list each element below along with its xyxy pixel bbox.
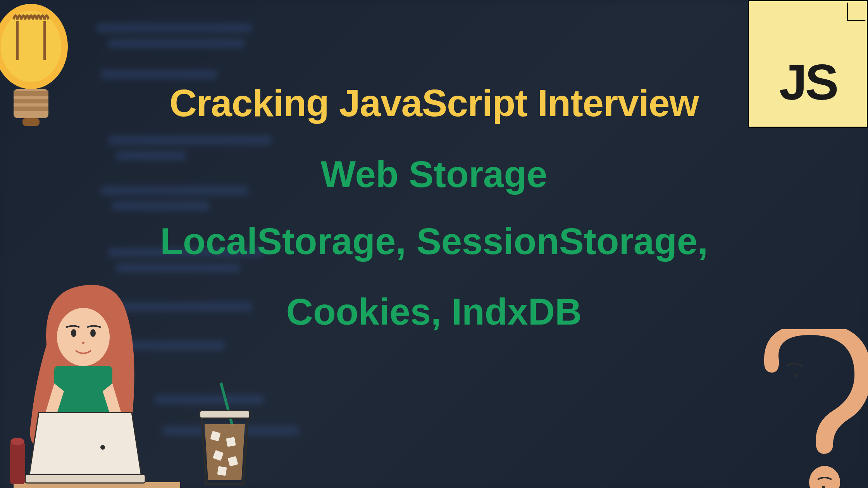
svg-point-25	[794, 374, 797, 377]
main-title: Cracking JavaScript Interview	[169, 81, 698, 125]
svg-rect-7	[14, 107, 48, 111]
svg-point-11	[90, 329, 96, 337]
lightbulb-icon	[0, 0, 70, 128]
svg-rect-24	[217, 466, 227, 476]
svg-line-18	[221, 383, 232, 426]
iced-coffee-icon	[190, 380, 260, 488]
svg-rect-5	[14, 91, 48, 96]
svg-point-17	[10, 438, 24, 445]
question-mark-icon	[756, 329, 868, 488]
svg-rect-8	[22, 118, 40, 126]
svg-rect-19	[200, 411, 250, 418]
svg-rect-15	[25, 474, 145, 483]
svg-point-12	[82, 342, 84, 344]
svg-point-16	[100, 445, 105, 450]
svg-rect-21	[226, 437, 236, 447]
js-badge-fold	[847, 2, 866, 21]
js-badge-text: JS	[779, 53, 837, 111]
subtitle-line-3: Cookies, IndxDB	[286, 290, 582, 333]
person-laptop-icon	[8, 275, 182, 488]
svg-rect-13	[54, 366, 112, 412]
svg-rect-6	[14, 99, 48, 103]
js-badge: JS	[748, 0, 868, 128]
svg-point-10	[71, 329, 76, 337]
subtitle-line-2: LocalStorage, SessionStorage,	[160, 220, 708, 263]
svg-point-9	[57, 308, 110, 366]
subtitle-line-1: Web Storage	[321, 153, 548, 196]
svg-point-1	[1, 11, 61, 82]
